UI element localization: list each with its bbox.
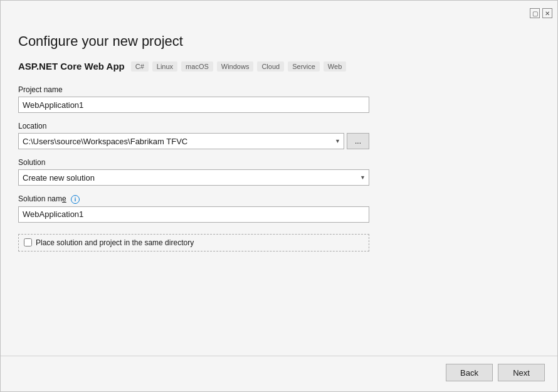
solution-label: Solution <box>18 158 540 167</box>
tag-web: Web <box>324 61 346 72</box>
tag-windows: Windows <box>217 61 254 72</box>
next-button[interactable]: Next <box>498 364 545 381</box>
footer: Back Next <box>1 356 557 391</box>
solution-name-label: Solution name i <box>18 194 540 204</box>
solution-name-group: Solution name i <box>18 194 540 223</box>
location-label: Location <box>18 122 540 130</box>
project-name-input[interactable] <box>18 97 369 113</box>
project-name-label: Project name <box>18 85 540 94</box>
solution-name-underline: e <box>62 194 66 203</box>
back-button[interactable]: Back <box>446 364 493 381</box>
location-dropdown[interactable]: C:\Users\source\Workspaces\Fabrikam TFVC <box>18 133 344 149</box>
solution-name-input[interactable] <box>18 206 369 223</box>
title-bar-controls: ▢ ✕ <box>530 8 552 18</box>
main-window: ▢ ✕ Configure your new project ASP.NET C… <box>0 0 558 392</box>
solution-dropdown-wrapper: Create new solution Add to solution ▼ <box>18 169 369 186</box>
location-group: Location C:\Users\source\Workspaces\Fabr… <box>18 122 540 149</box>
tag-list: C# Linux macOS Windows Cloud Service Web <box>131 61 347 72</box>
solution-group: Solution Create new solution Add to solu… <box>18 158 540 186</box>
tag-service: Service <box>288 61 320 72</box>
project-type-row: ASP.NET Core Web App C# Linux macOS Wind… <box>18 61 540 72</box>
restore-button[interactable]: ▢ <box>530 8 540 18</box>
page-title: Configure your new project <box>18 33 540 50</box>
content-area: Configure your new project ASP.NET Core … <box>1 21 557 356</box>
close-button[interactable]: ✕ <box>542 8 552 18</box>
browse-button[interactable]: ... <box>347 133 369 149</box>
project-name-group: Project name <box>18 85 540 113</box>
tag-cloud: Cloud <box>257 61 284 72</box>
tag-linux: Linux <box>152 61 177 72</box>
location-row: C:\Users\source\Workspaces\Fabrikam TFVC… <box>18 133 540 149</box>
same-directory-label[interactable]: Place solution and project in the same d… <box>36 238 194 247</box>
solution-dropdown[interactable]: Create new solution Add to solution <box>18 169 369 186</box>
same-directory-checkbox-row: Place solution and project in the same d… <box>18 234 369 252</box>
title-bar: ▢ ✕ <box>1 1 557 21</box>
tag-macos: macOS <box>181 61 213 72</box>
info-icon[interactable]: i <box>71 195 80 204</box>
tag-csharp: C# <box>131 61 149 72</box>
project-type-name: ASP.NET Core Web App <box>18 61 125 72</box>
same-directory-checkbox[interactable] <box>24 238 32 246</box>
